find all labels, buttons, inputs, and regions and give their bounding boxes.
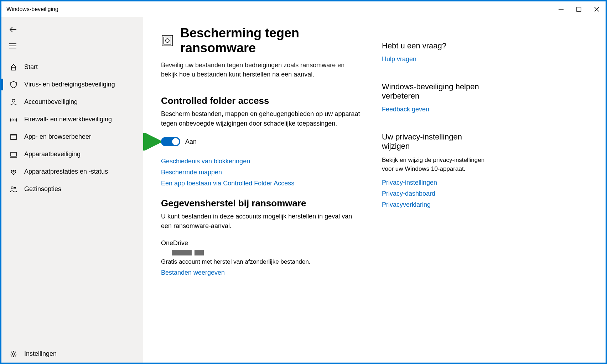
link-get-help[interactable]: Hulp vragen (382, 56, 489, 63)
cfa-description: Bescherm bestanden, mappen en geheugenge… (161, 109, 360, 128)
aside-improve-heading: Windows-beveiliging helpen verbeteren (382, 82, 489, 101)
browser-icon (9, 133, 19, 141)
nav-label: Firewall- en netwerkbeveiliging (24, 116, 112, 123)
nav-label: App- en browserbeheer (24, 133, 91, 141)
svg-rect-19 (164, 37, 171, 44)
link-view-files[interactable]: Bestanden weergeven (161, 269, 360, 276)
link-give-feedback[interactable]: Feedback geven (382, 106, 489, 113)
ransomware-icon (161, 34, 174, 47)
svg-rect-1 (577, 7, 581, 11)
svg-point-17 (12, 353, 15, 355)
cfa-heading: Controlled folder access (161, 95, 360, 106)
maximize-button[interactable] (575, 5, 583, 13)
link-privacy-dashboard[interactable]: Privacy-dashboard (382, 190, 489, 197)
svg-rect-13 (11, 152, 16, 156)
aside-privacy-description: Bekijk en wijzig de privacy-instellingen… (382, 156, 489, 173)
recovery-description: U kunt bestanden in deze accounts mogeli… (161, 212, 360, 231)
nav-device-security[interactable]: Apparaatbeveiliging (1, 146, 143, 163)
nav-start[interactable]: Start (1, 58, 143, 76)
recovery-heading: Gegevensherstel bij ransomware (161, 198, 360, 209)
redacted-account (172, 250, 360, 255)
annotation-arrow-icon (143, 133, 161, 151)
antenna-icon (9, 116, 19, 123)
nav-virus-threat-protection[interactable]: Virus- en bedreigingsbeveiliging (1, 76, 143, 93)
gear-icon (9, 350, 19, 358)
page-title: Bescherming tegen ransomware (180, 26, 360, 56)
svg-point-10 (13, 119, 14, 120)
link-block-history[interactable]: Geschiedenis van blokkeringen (161, 158, 360, 165)
nav-label: Apparaatbeveiliging (24, 151, 81, 158)
window-title: Windows-beveiliging (6, 6, 58, 12)
onedrive-label: OneDrive (161, 239, 360, 247)
nav-label: Apparaatprestaties en -status (24, 168, 108, 175)
cfa-toggle[interactable] (161, 137, 180, 146)
device-icon (9, 151, 19, 158)
heart-icon (9, 168, 19, 176)
nav-label: Start (24, 63, 38, 71)
cfa-toggle-label: Aan (185, 138, 197, 146)
svg-point-20 (166, 39, 169, 42)
person-icon (9, 98, 19, 106)
link-allow-app[interactable]: Een app toestaan via Controlled Folder A… (161, 180, 360, 187)
nav-label: Accountbeveiliging (24, 98, 78, 106)
nav-firewall-network[interactable]: Firewall- en netwerkbeveiliging (1, 111, 143, 128)
minimize-button[interactable] (557, 5, 565, 13)
svg-rect-8 (11, 67, 16, 70)
back-button[interactable] (1, 21, 21, 38)
nav-label: Virus- en bedreigingsbeveiliging (24, 81, 115, 88)
svg-point-16 (14, 187, 16, 189)
onedrive-description: Gratis account met herstel van afzonderl… (161, 258, 360, 265)
link-privacy-statement[interactable]: Privacyverklaring (382, 201, 489, 209)
svg-point-15 (11, 187, 13, 189)
shield-icon (9, 81, 19, 89)
nav-account-protection[interactable]: Accountbeveiliging (1, 93, 143, 111)
nav-label: Gezinsopties (24, 185, 61, 193)
nav-family-options[interactable]: Gezinsopties (1, 180, 143, 198)
link-protected-folders[interactable]: Beschermde mappen (161, 169, 360, 176)
aside-question-heading: Hebt u een vraag? (382, 41, 489, 51)
family-icon (9, 185, 19, 193)
page-description: Beveilig uw bestanden tegen bedreigingen… (161, 60, 360, 79)
close-button[interactable] (593, 5, 601, 13)
svg-point-9 (12, 99, 15, 102)
nav-settings[interactable]: Instellingen (1, 345, 143, 363)
nav-device-performance[interactable]: Apparaatprestaties en -status (1, 163, 143, 180)
home-icon (9, 63, 19, 71)
nav-label: Instellingen (24, 350, 57, 358)
svg-rect-11 (11, 134, 16, 139)
nav-app-browser-control[interactable]: App- en browserbeheer (1, 128, 143, 146)
hamburger-button[interactable] (1, 38, 21, 54)
link-privacy-settings[interactable]: Privacy-instellingen (382, 179, 489, 186)
aside-privacy-heading: Uw privacy-instellingen wijzigen (382, 132, 489, 151)
